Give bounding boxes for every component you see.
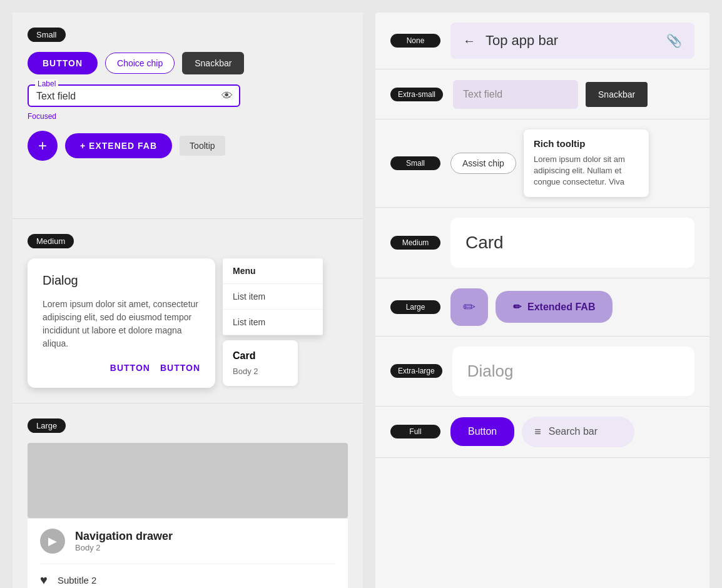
medium-content: Card bbox=[450, 218, 694, 268]
right-snackbar: Snackbar bbox=[586, 82, 648, 107]
small-content: Assist chip Rich tooltip Lorem ipsum dol… bbox=[450, 129, 694, 197]
right-extra-large-section: Extra-large Dialog bbox=[375, 337, 709, 407]
rich-tooltip-body: Lorem ipsum dolor sit am adipiscing elit… bbox=[534, 154, 639, 188]
top-app-bar-title: Top app bar bbox=[486, 33, 656, 49]
tooltip: Tooltip bbox=[180, 136, 225, 156]
right-card: Card bbox=[450, 218, 694, 268]
left-panel: Small BUTTON Choice chip Snackbar Label … bbox=[13, 13, 363, 588]
dialog-buttons: BUTTON BUTTON bbox=[43, 363, 200, 373]
right-medium-section: Medium Card bbox=[375, 208, 709, 278]
text-field-input[interactable] bbox=[36, 91, 208, 102]
menu-card-column: Menu List item List item Card Body 2 bbox=[223, 258, 323, 388]
text-field-wrapper: Label 👁 bbox=[28, 84, 240, 107]
small-top-row: BUTTON Choice chip Snackbar bbox=[28, 52, 348, 74]
menu-item-1[interactable]: List item bbox=[223, 284, 323, 310]
filled-button[interactable]: BUTTON bbox=[28, 52, 98, 74]
nav-drawer-header: ▶ Navigation drawer Body 2 bbox=[40, 529, 335, 554]
snackbar-dark: Snackbar bbox=[182, 52, 244, 74]
back-icon[interactable]: ← bbox=[463, 34, 475, 48]
hamburger-icon: ≡ bbox=[534, 425, 541, 438]
fab-extended-text: Extended FAB bbox=[527, 302, 595, 313]
right-full-section: Full Button ≡ Search bar bbox=[375, 407, 709, 458]
search-bar[interactable]: ≡ Search bar bbox=[522, 417, 634, 447]
rich-tooltip: Rich tooltip Lorem ipsum dolor sit am ad… bbox=[524, 129, 649, 197]
right-dialog: Dialog bbox=[452, 347, 694, 396]
card-mini-body: Body 2 bbox=[233, 367, 288, 376]
plus-icon: + bbox=[38, 137, 47, 155]
medium-badge-right: Medium bbox=[390, 236, 440, 250]
right-small-section: Small Assist chip Rich tooltip Lorem ips… bbox=[375, 119, 709, 208]
top-app-bar: ← Top app bar 📎 bbox=[450, 23, 694, 59]
attach-icon[interactable]: 📎 bbox=[666, 33, 682, 48]
small-section: Small BUTTON Choice chip Snackbar Label … bbox=[13, 13, 363, 219]
medium-section: Medium Dialog Lorem ipsum dolor sit amet… bbox=[13, 219, 363, 403]
nav-drawer: ▶ Navigation drawer Body 2 ♥ Subtitle 2 … bbox=[28, 518, 348, 588]
card-mini: Card Body 2 bbox=[223, 340, 298, 386]
menu-item-2[interactable]: List item bbox=[223, 310, 323, 335]
medium-badge: Medium bbox=[28, 234, 74, 248]
medium-row: Dialog Lorem ipsum dolor sit amet, conse… bbox=[28, 258, 348, 388]
none-badge: None bbox=[390, 34, 440, 48]
right-panel: None ← Top app bar 📎 Extra-small Text fi… bbox=[375, 13, 709, 588]
choice-chip[interactable]: Choice chip bbox=[105, 53, 175, 74]
large-badge: Large bbox=[28, 418, 66, 433]
text-field-label: Label bbox=[35, 79, 58, 88]
nav-avatar: ▶ bbox=[40, 529, 65, 554]
full-badge: Full bbox=[390, 425, 440, 438]
small-badge: Small bbox=[28, 28, 66, 42]
nav-drawer-subtitle: Body 2 bbox=[75, 543, 173, 552]
full-content: Button ≡ Search bar bbox=[450, 417, 694, 447]
dialog-btn-2[interactable]: BUTTON bbox=[160, 363, 200, 373]
right-dialog-title: Dialog bbox=[467, 362, 514, 380]
dialog-body: Lorem ipsum dolor sit amet, consectetur … bbox=[43, 298, 200, 350]
dialog-btn-1[interactable]: BUTTON bbox=[110, 363, 150, 373]
nav-drawer-text: Navigation drawer Body 2 bbox=[75, 530, 173, 552]
nav-drawer-title: Navigation drawer bbox=[75, 530, 173, 543]
large-badge-right: Large bbox=[390, 300, 440, 314]
extra-small-badge: Extra-small bbox=[390, 88, 443, 101]
fab-extended-label: + EXTENED FAB bbox=[80, 141, 157, 151]
rich-tooltip-title: Rich tooltip bbox=[534, 138, 639, 149]
fab-large-small-btn[interactable]: ✏ bbox=[450, 288, 488, 326]
right-text-field[interactable]: Text field bbox=[453, 80, 578, 109]
fab-extended-button[interactable]: + EXTENED FAB bbox=[65, 133, 172, 158]
large-content: ✏ ✏ Extended FAB bbox=[450, 288, 694, 326]
top-app-bar-area: ← Top app bar 📎 bbox=[450, 23, 694, 59]
right-none-section: None ← Top app bar 📎 bbox=[375, 13, 709, 69]
right-card-title: Card bbox=[465, 233, 504, 253]
extra-large-content: Dialog bbox=[452, 347, 694, 396]
right-large-section: Large ✏ ✏ Extended FAB bbox=[375, 278, 709, 337]
small-badge-right: Small bbox=[390, 156, 440, 170]
extra-large-badge: Extra-large bbox=[390, 364, 442, 378]
menu-card: Menu List item List item bbox=[223, 258, 323, 335]
menu-header: Menu bbox=[223, 258, 323, 284]
nav-item-label-1: Subtitle 2 bbox=[58, 575, 97, 585]
right-full-button[interactable]: Button bbox=[450, 417, 514, 446]
search-bar-label: Search bar bbox=[549, 426, 597, 437]
focused-label: Focused bbox=[28, 112, 348, 121]
assist-chip[interactable]: Assist chip bbox=[450, 153, 516, 174]
image-placeholder bbox=[28, 443, 348, 518]
right-extra-small-section: Extra-small Text field Snackbar bbox=[375, 69, 709, 119]
visibility-icon: 👁 bbox=[221, 89, 233, 103]
fab-row: + + EXTENED FAB Tooltip bbox=[28, 131, 348, 161]
fab-edit-icon: ✏ bbox=[463, 298, 475, 316]
nav-item-1[interactable]: ♥ Subtitle 2 bbox=[40, 564, 335, 588]
large-section: Large ▶ Navigation drawer Body 2 ♥ Subti… bbox=[13, 403, 363, 588]
card-mini-title: Card bbox=[233, 350, 288, 362]
dialog-title: Dialog bbox=[43, 273, 200, 288]
heart-icon-1: ♥ bbox=[40, 573, 48, 587]
fab-extended-edit-icon: ✏ bbox=[513, 301, 521, 313]
dialog-card: Dialog Lorem ipsum dolor sit amet, conse… bbox=[28, 258, 215, 388]
fab-small-button[interactable]: + bbox=[28, 131, 58, 161]
fab-large-extended-btn[interactable]: ✏ Extended FAB bbox=[496, 291, 613, 323]
extra-small-content: Text field Snackbar bbox=[453, 80, 694, 109]
avatar-icon: ▶ bbox=[48, 534, 57, 548]
